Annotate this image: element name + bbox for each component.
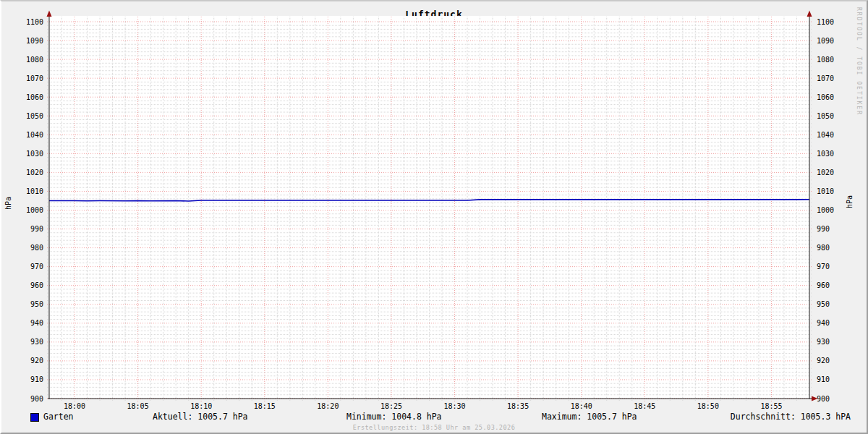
y-tick-label: 940	[30, 319, 43, 327]
y-tick-label: 1030	[817, 150, 834, 158]
y-tick-label: 960	[817, 281, 830, 289]
y-tick-label: 1070	[26, 75, 43, 82]
y-tick-label: 1020	[817, 169, 834, 176]
y-tick-label: 1060	[26, 93, 43, 101]
y-tick-label: 970	[817, 263, 830, 271]
y-tick-label: 1080	[817, 56, 834, 64]
y-tick-label: 900	[30, 395, 43, 403]
y-tick-label: 1090	[26, 37, 43, 45]
y-tick-label: 950	[817, 300, 830, 308]
y-tick-label: 950	[30, 300, 43, 308]
x-tick-label: 18:20	[317, 402, 339, 410]
y-tick-label: 1040	[26, 131, 43, 139]
y-tick-label: 1040	[817, 131, 834, 139]
x-tick-label: 18:15	[254, 402, 276, 410]
y-tick-label: 920	[817, 357, 830, 365]
y-tick-label: 920	[30, 357, 43, 365]
y-tick-label: 1050	[26, 112, 43, 120]
y-tick-label: 910	[30, 375, 43, 383]
y-tick-label: 990	[30, 225, 43, 233]
stat-minimum: Minimum: 1004.8 hPa	[346, 412, 442, 422]
y-tick-label: 930	[30, 338, 43, 346]
x-tick-label: 18:25	[380, 402, 402, 410]
y-tick-label: 1060	[817, 93, 834, 101]
y-tick-label: 990	[817, 225, 830, 233]
y-tick-label: 1070	[817, 75, 834, 82]
y-tick-label: 1050	[817, 112, 834, 120]
x-tick-labels: 18:0018:0518:1018:1518:2018:2518:3018:35…	[64, 402, 783, 410]
y-tick-label: 1000	[26, 206, 43, 214]
x-tick-label: 18:10	[190, 402, 212, 410]
x-tick-label: 18:45	[634, 402, 655, 410]
rrdtool-graph-window: Luftdruck RRDTOOL / TOBI OETIKER hPa hPa…	[0, 0, 868, 434]
y-tick-label: 1010	[26, 187, 43, 195]
y-tick-label: 930	[817, 338, 830, 346]
stat-maximum: Maximum: 1005.7 hPa	[542, 412, 637, 422]
legend-row: Garten Aktuell: 1005.7 hPa Minimum: 1004…	[1, 412, 867, 422]
y-tick-label: 940	[817, 319, 830, 327]
y-tick-label: 1100	[26, 18, 43, 26]
y-tick-label: 1020	[26, 169, 43, 176]
x-tick-label: 18:05	[127, 402, 149, 410]
x-tick-label: 18:30	[443, 402, 465, 410]
y-axis-arrow-right	[807, 11, 812, 17]
y-tick-label: 1090	[817, 37, 834, 45]
y-tick-label: 980	[30, 244, 43, 252]
legend-swatch-garten	[30, 413, 39, 422]
x-tick-label: 18:00	[64, 402, 85, 410]
creation-time: Erstellungszeit: 18:58 Uhr am 25.03.2026	[1, 424, 867, 431]
y-tick-label: 1080	[26, 56, 43, 64]
y-tick-label: 1030	[26, 150, 43, 158]
y-tick-label: 970	[30, 263, 43, 271]
y-axis-arrow-left	[47, 11, 52, 17]
stat-aktuell: Aktuell: 1005.7 hPa	[153, 412, 248, 422]
y-tick-label: 900	[817, 395, 830, 403]
legend-series-label: Garten	[43, 412, 74, 422]
x-tick-label: 18:50	[697, 402, 719, 410]
y-tick-label: 910	[817, 375, 830, 383]
y-tick-label: 1100	[817, 18, 834, 26]
stat-durchschnitt: Durchschnitt: 1005.3 hPA	[731, 412, 851, 422]
y-tick-label: 960	[30, 281, 43, 289]
x-tick-label: 18:35	[507, 402, 529, 410]
x-tick-label: 18:40	[571, 402, 592, 410]
y-tick-label: 1010	[817, 187, 834, 195]
plot-area: 9009009109109209209309309409409509509609…	[1, 1, 868, 434]
y-tick-label: 980	[817, 244, 830, 252]
y-tick-label: 1000	[817, 206, 834, 214]
x-tick-label: 18:55	[760, 402, 782, 410]
